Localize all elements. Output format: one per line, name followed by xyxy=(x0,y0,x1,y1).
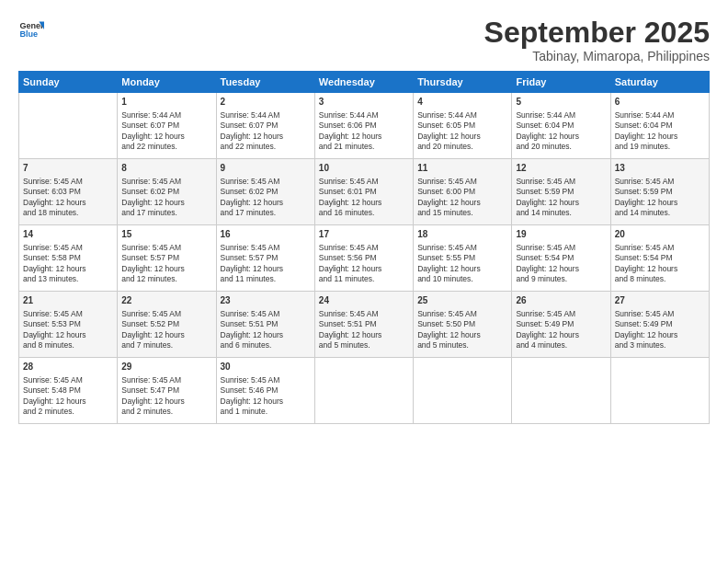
day-number: 12 xyxy=(516,162,606,175)
day-content: Sunrise: 5:45 AM Sunset: 6:00 PM Dayligh… xyxy=(417,177,507,219)
day-number: 9 xyxy=(221,162,311,175)
calendar-cell-empty xyxy=(512,358,610,424)
calendar-cell-empty xyxy=(19,93,118,159)
day-number: 27 xyxy=(615,294,705,307)
calendar-cell-20: 20Sunrise: 5:45 AM Sunset: 5:54 PM Dayli… xyxy=(610,225,709,292)
calendar-cell-12: 12Sunrise: 5:45 AM Sunset: 5:59 PM Dayli… xyxy=(512,159,610,225)
day-content: Sunrise: 5:45 AM Sunset: 5:49 PM Dayligh… xyxy=(516,309,606,351)
calendar-cell-9: 9Sunrise: 5:45 AM Sunset: 6:02 PM Daylig… xyxy=(216,159,314,225)
day-content: Sunrise: 5:45 AM Sunset: 6:02 PM Dayligh… xyxy=(121,177,211,219)
calendar-cell-23: 23Sunrise: 5:45 AM Sunset: 5:51 PM Dayli… xyxy=(216,292,314,358)
day-content: Sunrise: 5:44 AM Sunset: 6:04 PM Dayligh… xyxy=(516,110,606,153)
day-number: 28 xyxy=(23,361,113,373)
day-number: 1 xyxy=(121,96,211,109)
day-content: Sunrise: 5:45 AM Sunset: 5:56 PM Dayligh… xyxy=(319,243,409,285)
day-number: 17 xyxy=(319,228,409,241)
calendar-cell-21: 21Sunrise: 5:45 AM Sunset: 5:53 PM Dayli… xyxy=(19,292,118,358)
title-block: September 2025 Tabinay, Mimaropa, Philip… xyxy=(484,17,710,63)
calendar-cell-26: 26Sunrise: 5:45 AM Sunset: 5:49 PM Dayli… xyxy=(512,292,610,358)
day-number: 23 xyxy=(221,294,311,307)
day-content: Sunrise: 5:45 AM Sunset: 5:48 PM Dayligh… xyxy=(23,375,113,418)
day-number: 11 xyxy=(417,162,507,175)
calendar-cell-1: 1Sunrise: 5:44 AM Sunset: 6:07 PM Daylig… xyxy=(118,93,216,159)
main-title: September 2025 xyxy=(484,17,710,49)
day-content: Sunrise: 5:45 AM Sunset: 5:58 PM Dayligh… xyxy=(23,243,113,285)
calendar-cell-22: 22Sunrise: 5:45 AM Sunset: 5:52 PM Dayli… xyxy=(118,292,216,358)
day-number: 18 xyxy=(417,228,507,241)
day-number: 2 xyxy=(221,96,311,109)
calendar-cell-14: 14Sunrise: 5:45 AM Sunset: 5:58 PM Dayli… xyxy=(19,225,118,292)
calendar-cell-27: 27Sunrise: 5:45 AM Sunset: 5:49 PM Dayli… xyxy=(610,292,709,358)
day-number: 14 xyxy=(23,228,113,241)
calendar-cell-2: 2Sunrise: 5:44 AM Sunset: 6:07 PM Daylig… xyxy=(216,93,314,159)
calendar-cell-25: 25Sunrise: 5:45 AM Sunset: 5:50 PM Dayli… xyxy=(414,292,512,358)
day-number: 10 xyxy=(319,162,409,175)
day-number: 13 xyxy=(615,162,705,175)
day-content: Sunrise: 5:45 AM Sunset: 5:59 PM Dayligh… xyxy=(516,177,606,219)
day-content: Sunrise: 5:45 AM Sunset: 6:02 PM Dayligh… xyxy=(221,177,311,219)
day-number: 3 xyxy=(319,96,409,109)
day-number: 26 xyxy=(516,294,606,307)
col-header-friday: Friday xyxy=(512,72,610,93)
calendar-cell-24: 24Sunrise: 5:45 AM Sunset: 5:51 PM Dayli… xyxy=(314,292,413,358)
day-content: Sunrise: 5:45 AM Sunset: 5:46 PM Dayligh… xyxy=(221,375,311,418)
day-number: 29 xyxy=(121,361,211,373)
day-number: 4 xyxy=(417,96,507,109)
calendar-cell-13: 13Sunrise: 5:45 AM Sunset: 5:59 PM Dayli… xyxy=(610,159,709,225)
col-header-tuesday: Tuesday xyxy=(216,72,314,93)
calendar-table: SundayMondayTuesdayWednesdayThursdayFrid… xyxy=(18,71,710,424)
col-header-monday: Monday xyxy=(118,72,216,93)
calendar-cell-empty xyxy=(314,358,413,424)
calendar-cell-16: 16Sunrise: 5:45 AM Sunset: 5:57 PM Dayli… xyxy=(216,225,314,292)
calendar-cell-8: 8Sunrise: 5:45 AM Sunset: 6:02 PM Daylig… xyxy=(118,159,216,225)
day-content: Sunrise: 5:45 AM Sunset: 5:54 PM Dayligh… xyxy=(516,243,606,285)
day-content: Sunrise: 5:45 AM Sunset: 5:49 PM Dayligh… xyxy=(615,309,705,351)
day-content: Sunrise: 5:45 AM Sunset: 5:52 PM Dayligh… xyxy=(121,309,211,351)
calendar-cell-19: 19Sunrise: 5:45 AM Sunset: 5:54 PM Dayli… xyxy=(512,225,610,292)
calendar-cell-6: 6Sunrise: 5:44 AM Sunset: 6:04 PM Daylig… xyxy=(610,93,709,159)
calendar-cell-5: 5Sunrise: 5:44 AM Sunset: 6:04 PM Daylig… xyxy=(512,93,610,159)
day-content: Sunrise: 5:45 AM Sunset: 5:51 PM Dayligh… xyxy=(221,309,311,351)
calendar-cell-28: 28Sunrise: 5:45 AM Sunset: 5:48 PM Dayli… xyxy=(19,358,118,424)
day-number: 16 xyxy=(221,228,311,241)
logo: General Blue xyxy=(18,17,44,42)
day-number: 20 xyxy=(615,228,705,241)
calendar-cell-11: 11Sunrise: 5:45 AM Sunset: 6:00 PM Dayli… xyxy=(414,159,512,225)
day-content: Sunrise: 5:45 AM Sunset: 5:57 PM Dayligh… xyxy=(121,243,211,285)
day-content: Sunrise: 5:45 AM Sunset: 5:55 PM Dayligh… xyxy=(417,243,507,285)
day-content: Sunrise: 5:45 AM Sunset: 5:54 PM Dayligh… xyxy=(615,243,705,285)
calendar-cell-7: 7Sunrise: 5:45 AM Sunset: 6:03 PM Daylig… xyxy=(19,159,118,225)
day-number: 15 xyxy=(121,228,211,241)
col-header-thursday: Thursday xyxy=(414,72,512,93)
day-number: 19 xyxy=(516,228,606,241)
calendar-cell-3: 3Sunrise: 5:44 AM Sunset: 6:06 PM Daylig… xyxy=(314,93,413,159)
day-content: Sunrise: 5:45 AM Sunset: 5:57 PM Dayligh… xyxy=(221,243,311,285)
day-content: Sunrise: 5:44 AM Sunset: 6:07 PM Dayligh… xyxy=(121,110,211,153)
day-number: 30 xyxy=(221,361,311,373)
calendar-cell-10: 10Sunrise: 5:45 AM Sunset: 6:01 PM Dayli… xyxy=(314,159,413,225)
day-content: Sunrise: 5:44 AM Sunset: 6:07 PM Dayligh… xyxy=(221,110,311,153)
subtitle: Tabinay, Mimaropa, Philippines xyxy=(484,49,710,63)
calendar-cell-18: 18Sunrise: 5:45 AM Sunset: 5:55 PM Dayli… xyxy=(414,225,512,292)
calendar-cell-empty xyxy=(414,358,512,424)
day-number: 5 xyxy=(516,96,606,109)
day-content: Sunrise: 5:44 AM Sunset: 6:04 PM Dayligh… xyxy=(615,110,705,153)
col-header-saturday: Saturday xyxy=(610,72,709,93)
day-content: Sunrise: 5:45 AM Sunset: 5:59 PM Dayligh… xyxy=(615,177,705,219)
header: General Blue September 2025 Tabinay, Mim… xyxy=(18,17,710,63)
day-number: 8 xyxy=(121,162,211,175)
col-header-wednesday: Wednesday xyxy=(314,72,413,93)
day-number: 24 xyxy=(319,294,409,307)
calendar-cell-15: 15Sunrise: 5:45 AM Sunset: 5:57 PM Dayli… xyxy=(118,225,216,292)
col-header-sunday: Sunday xyxy=(19,72,118,93)
day-content: Sunrise: 5:45 AM Sunset: 5:53 PM Dayligh… xyxy=(23,309,113,351)
day-number: 25 xyxy=(417,294,507,307)
day-content: Sunrise: 5:45 AM Sunset: 5:47 PM Dayligh… xyxy=(121,375,211,418)
calendar-cell-30: 30Sunrise: 5:45 AM Sunset: 5:46 PM Dayli… xyxy=(216,358,314,424)
day-content: Sunrise: 5:45 AM Sunset: 5:50 PM Dayligh… xyxy=(417,309,507,351)
day-number: 7 xyxy=(23,162,113,175)
day-content: Sunrise: 5:45 AM Sunset: 6:03 PM Dayligh… xyxy=(23,177,113,219)
calendar-cell-29: 29Sunrise: 5:45 AM Sunset: 5:47 PM Dayli… xyxy=(118,358,216,424)
day-number: 6 xyxy=(615,96,705,109)
day-number: 21 xyxy=(23,294,113,307)
